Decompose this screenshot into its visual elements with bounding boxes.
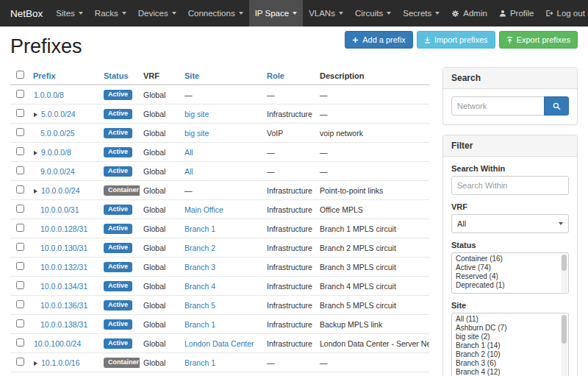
- scrollbar[interactable]: [561, 314, 567, 376]
- nav-item-admin[interactable]: Admin: [445, 0, 493, 26]
- export-prefixes-button[interactable]: Export prefixes: [499, 31, 578, 49]
- row-checkbox[interactable]: [16, 128, 24, 136]
- column-header-site[interactable]: Site: [181, 67, 263, 85]
- select-all-checkbox[interactable]: [16, 71, 24, 79]
- row-checkbox[interactable]: [16, 281, 24, 289]
- site-link[interactable]: big site: [184, 110, 209, 118]
- search-button[interactable]: [544, 96, 569, 116]
- nav-item-log-out[interactable]: Log out: [539, 0, 588, 26]
- row-checkbox[interactable]: [16, 90, 24, 98]
- vrf-cell: Global: [140, 200, 181, 219]
- status-listbox[interactable]: Container (16)Active (74)Reserved (4)Dep…: [451, 252, 569, 294]
- prefix-link[interactable]: 10.0.0.134/31: [40, 282, 87, 291]
- filter-option[interactable]: big site (2): [453, 333, 559, 341]
- chevron-down-icon: [122, 12, 126, 15]
- nav-item-connections[interactable]: Connections: [182, 0, 249, 26]
- import-prefixes-button[interactable]: Import prefixes: [417, 31, 495, 49]
- scrollbar[interactable]: [561, 254, 567, 292]
- nav-item-sites[interactable]: Sites: [50, 0, 89, 26]
- nav-item-profile[interactable]: Profile: [493, 0, 540, 26]
- filter-option[interactable]: Ashburn DC (7): [453, 324, 559, 333]
- expand-caret-icon[interactable]: [34, 189, 37, 194]
- filter-option[interactable]: Branch 3 (6): [453, 359, 559, 368]
- row-checkbox[interactable]: [16, 147, 24, 155]
- prefix-link[interactable]: 10.1.0.0/16: [41, 358, 80, 367]
- site-link[interactable]: Branch 4: [184, 282, 215, 291]
- site-link[interactable]: All: [184, 167, 193, 176]
- filter-option[interactable]: Deprecated (1): [453, 281, 559, 290]
- chevron-down-icon: [293, 12, 297, 15]
- site-link[interactable]: Branch 5: [184, 301, 215, 310]
- filter-option[interactable]: All (11): [453, 315, 559, 324]
- button-label: Import prefixes: [434, 35, 488, 44]
- prefix-link[interactable]: 10.0.0.136/31: [40, 301, 87, 310]
- site-link[interactable]: Branch 1: [184, 320, 215, 329]
- filter-option[interactable]: Active (74): [453, 263, 559, 272]
- row-checkbox[interactable]: [16, 300, 24, 308]
- prefix-link[interactable]: 10.0.0.128/31: [40, 224, 87, 233]
- site-link[interactable]: big site: [184, 129, 209, 138]
- expand-caret-icon[interactable]: [34, 361, 37, 366]
- chevron-down-icon: [559, 222, 563, 225]
- site-link[interactable]: Branch 1: [184, 358, 215, 367]
- filter-option[interactable]: Branch 2 (10): [453, 350, 559, 359]
- filter-option[interactable]: Reserved (4): [453, 272, 559, 281]
- site-link[interactable]: All: [184, 148, 193, 157]
- nav-item-racks[interactable]: Racks: [89, 0, 132, 26]
- site-cell: big site: [181, 104, 263, 124]
- site-link[interactable]: Main Office: [184, 205, 223, 214]
- row-checkbox[interactable]: [16, 166, 24, 174]
- vrf-select[interactable]: All: [451, 214, 569, 233]
- search-input[interactable]: [451, 96, 545, 116]
- expand-caret-icon[interactable]: [34, 113, 37, 117]
- filter-panel: Filter Search Within VRF All Status Cont…: [442, 135, 578, 376]
- prefix-link[interactable]: 10.0.0.0/31: [40, 205, 79, 214]
- prefix-link[interactable]: 10.0.100.0/24: [34, 339, 81, 348]
- site-link[interactable]: Branch 3: [184, 263, 215, 272]
- filter-option[interactable]: Branch 4 (12): [453, 368, 559, 376]
- prefix-link[interactable]: 10.0.0.0/24: [41, 186, 80, 195]
- scrollbar-thumb[interactable]: [562, 315, 567, 344]
- column-header-role[interactable]: Role: [263, 67, 316, 85]
- nav-item-ip-space[interactable]: IP Space: [249, 0, 303, 26]
- nav-item-vlans[interactable]: VLANs: [303, 0, 349, 26]
- scrollbar-thumb[interactable]: [562, 255, 567, 271]
- filter-option[interactable]: Container (16): [453, 255, 559, 263]
- prefix-row: 10.0.100.0/24ActiveGlobalLondon Data Cen…: [10, 334, 429, 353]
- app-brand[interactable]: NetBox: [6, 0, 50, 26]
- prefix-link[interactable]: 5.0.0.0/24: [41, 110, 76, 118]
- button-label: Add a prefix: [362, 35, 406, 44]
- site-link[interactable]: Branch 1: [184, 224, 215, 233]
- row-checkbox[interactable]: [16, 185, 24, 194]
- column-header-prefix[interactable]: Prefix: [29, 67, 100, 85]
- prefix-link[interactable]: 9.0.0.0/8: [41, 148, 71, 157]
- site-label: Site: [451, 301, 569, 310]
- nav-item-secrets[interactable]: Secrets: [397, 0, 445, 26]
- row-checkbox[interactable]: [16, 262, 24, 270]
- site-link[interactable]: Branch 2: [184, 244, 215, 252]
- prefix-link[interactable]: 10.0.0.132/31: [40, 263, 87, 272]
- row-checkbox[interactable]: [16, 243, 24, 251]
- row-checkbox[interactable]: [16, 338, 24, 347]
- site-link[interactable]: London Data Center: [184, 339, 254, 348]
- search-within-input[interactable]: [451, 176, 569, 195]
- prefix-row: 1.0.0.0/8ActiveGlobal———: [10, 85, 429, 104]
- expand-caret-icon[interactable]: [34, 151, 37, 155]
- add-a-prefix-button[interactable]: Add a prefix: [345, 31, 413, 49]
- row-checkbox[interactable]: [16, 224, 24, 232]
- row-checkbox[interactable]: [16, 358, 24, 366]
- prefix-link[interactable]: 9.0.0.0/24: [40, 167, 75, 176]
- prefix-link[interactable]: 10.0.0.130/31: [40, 244, 87, 252]
- prefix-link[interactable]: 1.0.0.0/8: [34, 91, 64, 99]
- column-header-status[interactable]: Status: [100, 67, 140, 85]
- row-checkbox[interactable]: [16, 109, 24, 117]
- filter-option[interactable]: Branch 1 (14): [453, 341, 559, 350]
- nav-item-devices[interactable]: Devices: [132, 0, 182, 26]
- prefix-link[interactable]: 5.0.0.0/25: [40, 129, 75, 138]
- row-checkbox[interactable]: [16, 205, 24, 213]
- row-checkbox[interactable]: [16, 319, 24, 327]
- nav-item-circuits[interactable]: Circuits: [349, 0, 397, 26]
- prefix-link[interactable]: 10.0.0.138/31: [40, 320, 87, 329]
- site-listbox[interactable]: All (11)Ashburn DC (7)big site (2)Branch…: [451, 313, 569, 376]
- description-cell: Branch 5 MPLS circuit: [316, 296, 429, 315]
